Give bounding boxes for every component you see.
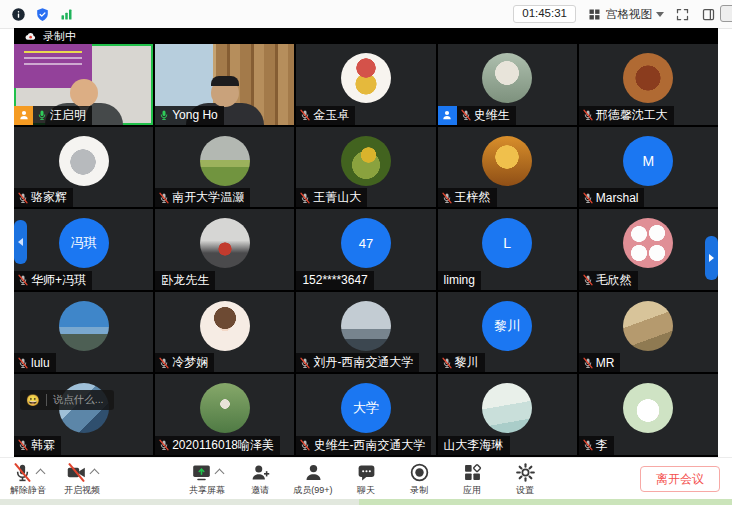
four-faces-pink-avatar xyxy=(623,218,673,268)
participant-label-row: 汪启明 xyxy=(14,106,92,125)
participant-tile[interactable]: 金玉卓 xyxy=(296,44,435,125)
girl-in-field-avatar xyxy=(200,383,250,433)
participant-tile[interactable]: MMarshal xyxy=(579,127,718,208)
initial-avatar: 47 xyxy=(341,218,391,268)
host-badge-icon xyxy=(14,106,33,125)
toolbar-item-camera-off[interactable]: 开启视频 xyxy=(62,462,102,497)
participant-label-row: 山大李海琳 xyxy=(438,436,510,455)
toolbar-item-invite[interactable]: 邀请 xyxy=(240,462,280,497)
camera-off-icon xyxy=(66,462,87,483)
participant-label-row: 王梓然 xyxy=(438,188,497,207)
participant-tile[interactable]: 大学史维生-西南交通大学 xyxy=(296,374,435,455)
participant-tile[interactable]: 卧龙先生 xyxy=(155,209,294,290)
titlebar-right-controls: 01:45:31 宫格视图 xyxy=(513,5,716,23)
participant-tile[interactable]: 冯琪华师+冯琪 xyxy=(14,209,153,290)
chevron-up-icon[interactable] xyxy=(36,468,46,478)
toolbar-item-label: 设置 xyxy=(516,484,534,497)
previous-page-arrow[interactable] xyxy=(14,220,27,264)
participant-tile[interactable]: 2020116018喻泽美 xyxy=(155,374,294,455)
participant-tile[interactable]: 李 xyxy=(579,374,718,455)
participant-tile[interactable]: 汪启明 xyxy=(14,44,153,125)
sea-coast-avatar xyxy=(59,301,109,351)
participant-label-row: liming xyxy=(438,271,481,290)
participant-name-label: 2020116018喻泽美 xyxy=(155,436,280,455)
participant-tile[interactable]: Lliming xyxy=(438,209,577,290)
participant-label-row: 邢德馨沈工大 xyxy=(579,106,674,125)
mic-muted-icon xyxy=(299,192,311,204)
houses-painting-avatar xyxy=(623,301,673,351)
participant-name-label: lulu xyxy=(14,353,56,372)
participant-tile[interactable]: lulu xyxy=(14,292,153,373)
toolbar-item-apps[interactable]: 应用 xyxy=(452,462,492,497)
participant-name-label: 南开大学温灏 xyxy=(155,188,250,207)
initial-avatar: 冯琪 xyxy=(59,218,109,268)
participant-tile[interactable]: 毛欣然 xyxy=(579,209,718,290)
fullscreen-icon[interactable] xyxy=(674,6,690,22)
members-icon xyxy=(303,462,324,483)
toolbar-item-chat[interactable]: 聊天 xyxy=(346,462,386,497)
view-mode-selector[interactable]: 宫格视图 xyxy=(586,6,664,22)
leave-meeting-button[interactable]: 离开会议 xyxy=(640,466,720,492)
mic-muted-icon xyxy=(299,357,311,369)
participant-name-label: Marshal xyxy=(579,188,645,207)
toolbar-item-record[interactable]: 录制 xyxy=(399,462,439,497)
participant-tile[interactable]: 王菁山大 xyxy=(296,127,435,208)
person-red-scarf-avatar xyxy=(200,218,250,268)
participant-tile[interactable]: 王梓然 xyxy=(438,127,577,208)
participant-name: 毛欣然 xyxy=(596,272,632,289)
participant-label-row: 黎川 xyxy=(438,353,485,372)
info-icon[interactable] xyxy=(10,6,26,22)
participant-tile[interactable]: 冷梦娴 xyxy=(155,292,294,373)
participant-tile[interactable]: 黎川黎川 xyxy=(438,292,577,373)
chevron-up-icon[interactable] xyxy=(215,468,225,478)
participant-name-label: 毛欣然 xyxy=(579,271,638,290)
side-panel-icon[interactable] xyxy=(700,6,716,22)
participant-tile[interactable]: 韩霖😀说点什么... xyxy=(14,374,153,455)
participant-name-label: 李 xyxy=(579,436,614,455)
chevron-down-icon xyxy=(656,12,664,17)
participant-tile[interactable]: 骆家辉 xyxy=(14,127,153,208)
participant-tile[interactable]: Yong Ho xyxy=(155,44,294,125)
participant-tile[interactable]: 邢德馨沈工大 xyxy=(579,44,718,125)
toolbar-item-screen-share[interactable]: 共享屏幕 xyxy=(187,462,227,497)
toolbar-item-members[interactable]: 成员(99+) xyxy=(293,462,333,497)
desktop-edge-strip xyxy=(0,499,732,505)
member-badge-icon xyxy=(438,106,457,125)
shield-icon[interactable] xyxy=(34,6,50,22)
chat-placeholder: 说点什么... xyxy=(53,393,104,407)
cartoon-figure-avatar xyxy=(341,53,391,103)
recording-indicator: 录制中 xyxy=(14,28,718,44)
participant-tile[interactable]: 山大李海琳 xyxy=(438,374,577,455)
participant-label-row: 华师+冯琪 xyxy=(14,271,92,290)
network-signal-icon[interactable] xyxy=(58,6,74,22)
mic-muted-icon xyxy=(582,274,594,286)
chevron-up-icon[interactable] xyxy=(90,468,100,478)
participant-name-label: 卧龙先生 xyxy=(155,271,215,290)
participant-tile[interactable]: 史维生 xyxy=(438,44,577,125)
bird-on-branch-avatar xyxy=(341,136,391,186)
participant-tile[interactable]: MR xyxy=(579,292,718,373)
toolbar-item-label: 开启视频 xyxy=(64,484,100,497)
toolbar-left-group: 解除静音开启视频 xyxy=(8,458,102,500)
participant-label-row: 王菁山大 xyxy=(296,188,367,207)
participant-name-label: 华师+冯琪 xyxy=(14,271,92,290)
participant-tile[interactable]: 南开大学温灏 xyxy=(155,127,294,208)
toolbar-item-settings[interactable]: 设置 xyxy=(505,462,545,497)
participant-name-label: 冷梦娴 xyxy=(155,353,214,372)
participant-name: 卧龙先生 xyxy=(161,272,209,289)
emoji-icon[interactable]: 😀 xyxy=(26,395,40,406)
participant-tile[interactable]: 47152****3647 xyxy=(296,209,435,290)
mic-muted-icon xyxy=(17,274,29,286)
participant-name: 华师+冯琪 xyxy=(31,272,86,289)
quick-chat-input[interactable]: 😀说点什么... xyxy=(20,390,114,410)
toolbar-item-mic-off[interactable]: 解除静音 xyxy=(8,462,48,497)
mic-active-icon xyxy=(36,109,48,121)
settings-icon xyxy=(515,462,536,483)
participant-name: Yong Ho xyxy=(172,108,218,122)
toolbar-item-label: 录制 xyxy=(410,484,428,497)
mic-muted-icon xyxy=(17,357,29,369)
participant-tile[interactable]: 刘丹-西南交通大学 xyxy=(296,292,435,373)
food-dish-avatar xyxy=(623,53,673,103)
participant-name-label: 152****3647 xyxy=(296,271,373,290)
next-page-arrow[interactable] xyxy=(705,236,718,280)
